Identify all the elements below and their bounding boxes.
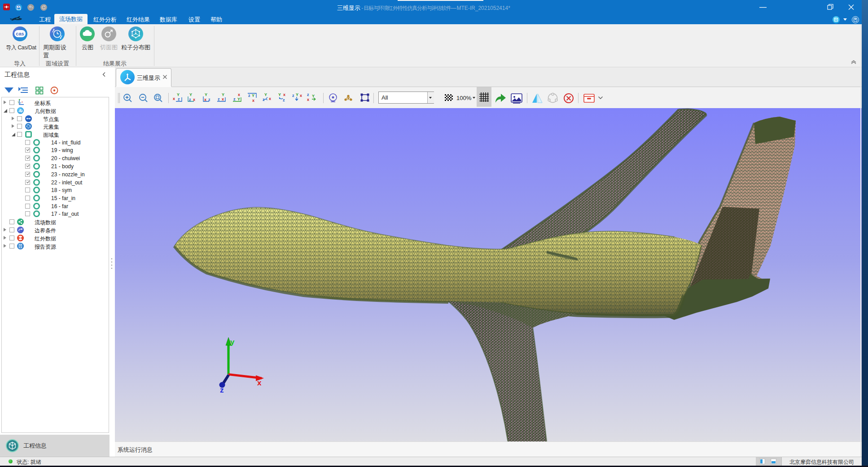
svg-text:z: z: [20, 101, 21, 104]
svg-text:z: z: [283, 98, 285, 102]
svg-text:x: x: [238, 92, 240, 97]
svg-text:x: x: [252, 98, 254, 103]
svg-text:Y: Y: [205, 92, 207, 97]
svg-text:x: x: [283, 92, 285, 97]
svg-text:x: x: [269, 96, 271, 101]
svg-text:x: x: [173, 96, 175, 101]
svg-text:Y: Y: [264, 92, 267, 97]
svg-text:z: z: [233, 97, 236, 101]
svg-text:Y: Y: [177, 92, 180, 97]
svg-text:z: z: [248, 93, 250, 98]
svg-text:Y: Y: [312, 94, 315, 98]
svg-text:x: x: [300, 93, 302, 98]
svg-text:Y: Y: [252, 93, 254, 98]
svg-text:Y: Y: [18, 101, 19, 104]
svg-text:z: z: [178, 97, 180, 101]
svg-text:Y: Y: [237, 97, 240, 101]
svg-text:z: z: [292, 93, 294, 98]
svg-text:z: z: [220, 386, 224, 394]
svg-text:x: x: [307, 97, 309, 102]
svg-text:x: x: [257, 379, 262, 387]
svg-text:z: z: [218, 97, 220, 101]
svg-text:z: z: [307, 92, 309, 97]
svg-text:Y: Y: [222, 92, 224, 97]
svg-text:y: y: [230, 338, 235, 346]
svg-text:Y: Y: [189, 92, 192, 97]
svg-text:x: x: [22, 100, 23, 103]
svg-text:Y: Y: [296, 92, 298, 97]
svg-text:Y: Y: [278, 92, 281, 97]
svg-text:x: x: [222, 97, 224, 101]
